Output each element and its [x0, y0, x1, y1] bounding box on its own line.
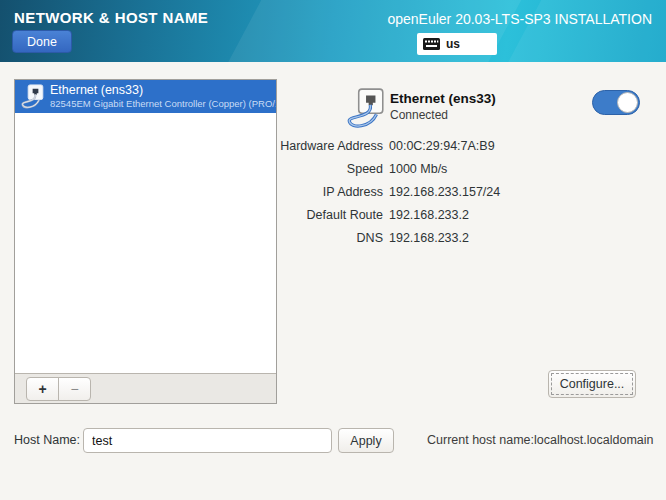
connection-toggle[interactable] [592, 90, 640, 115]
current-hostname-label: Current host name: [427, 427, 534, 453]
current-hostname-value: localhost.localdomain [534, 427, 654, 453]
detail-row-speed: Speed 1000 Mb/s [280, 157, 650, 180]
toggle-knob [617, 92, 638, 113]
detail-label: IP Address [280, 185, 383, 199]
detail-value: 192.168.233.157/24 [389, 185, 500, 199]
detail-label: Hardware Address [280, 139, 383, 153]
device-name: Ethernet (ens33) [50, 83, 276, 98]
product-title: openEuler 20.03-LTS-SP3 INSTALLATION [387, 11, 652, 27]
connection-name: Ethernet (ens33) [390, 91, 496, 106]
hostname-label: Host Name: [14, 427, 80, 453]
device-list-empty-area [15, 113, 276, 373]
keyboard-layout-selector[interactable]: us [417, 33, 497, 55]
keyboard-layout-label: us [446, 37, 460, 51]
connection-details: Hardware Address 00:0C:29:94:7A:B9 Speed… [280, 134, 650, 249]
detail-row-dns: DNS 192.168.233.2 [280, 226, 650, 249]
add-device-button[interactable]: + [26, 377, 59, 401]
device-list: Ethernet (ens33) 82545EM Gigabit Etherne… [14, 79, 277, 404]
ethernet-connection-icon [342, 86, 388, 132]
detail-row-default-route: Default Route 192.168.233.2 [280, 203, 650, 226]
detail-value: 192.168.233.2 [389, 231, 469, 245]
done-button[interactable]: Done [12, 30, 72, 53]
installer-window: NETWORK & HOST NAME Done openEuler 20.03… [0, 0, 666, 500]
header-bar: NETWORK & HOST NAME Done openEuler 20.03… [0, 0, 666, 62]
configure-button[interactable]: Configure... [548, 370, 636, 398]
detail-value: 00:0C:29:94:7A:B9 [389, 139, 495, 153]
detail-row-hardware-address: Hardware Address 00:0C:29:94:7A:B9 [280, 134, 650, 157]
detail-value: 1000 Mb/s [389, 162, 447, 176]
remove-device-button[interactable]: − [58, 377, 91, 401]
device-texts: Ethernet (ens33) 82545EM Gigabit Etherne… [50, 83, 276, 110]
device-list-toolbar: + − [15, 373, 276, 403]
connection-status: Connected [390, 108, 448, 122]
detail-label: DNS [280, 231, 383, 245]
hostname-input[interactable] [83, 428, 332, 453]
device-list-item-ens33[interactable]: Ethernet (ens33) 82545EM Gigabit Etherne… [15, 80, 276, 113]
detail-value: 192.168.233.2 [389, 208, 469, 222]
detail-row-ip-address: IP Address 192.168.233.157/24 [280, 180, 650, 203]
ethernet-device-icon [18, 83, 46, 111]
device-description: 82545EM Gigabit Ethernet Controller (Cop… [50, 98, 276, 110]
detail-label: Speed [280, 162, 383, 176]
keyboard-icon [423, 38, 440, 50]
apply-button[interactable]: Apply [338, 428, 394, 453]
page-title: NETWORK & HOST NAME [14, 9, 208, 26]
detail-label: Default Route [280, 208, 383, 222]
